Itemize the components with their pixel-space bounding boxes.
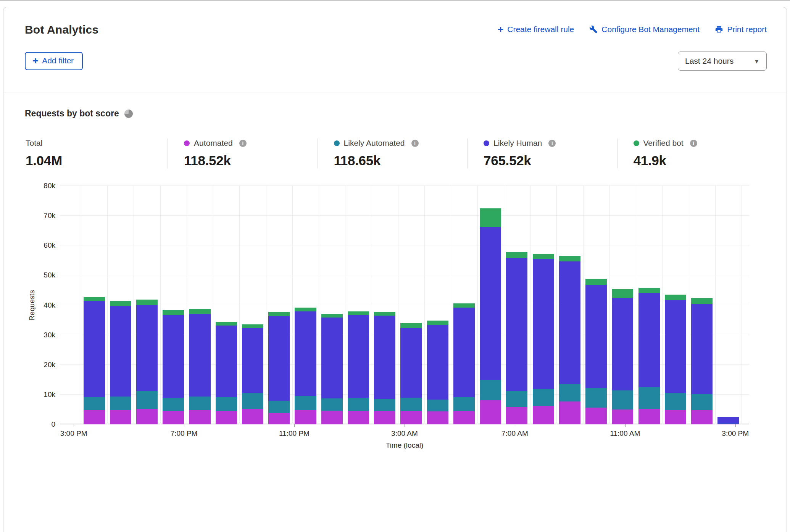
- bar-segment-verified-bot[interactable]: [427, 321, 448, 325]
- bar-segment-verified-bot[interactable]: [400, 323, 422, 329]
- bar-segment-verified-bot[interactable]: [480, 208, 501, 227]
- bar-segment-likely-automated[interactable]: [268, 401, 290, 413]
- bar-segment-automated[interactable]: [268, 413, 290, 424]
- bar-segment-likely-human[interactable]: [638, 293, 660, 387]
- bar-segment-automated[interactable]: [321, 411, 343, 424]
- bar-segment-verified-bot[interactable]: [533, 254, 554, 259]
- configure-bot-management-link[interactable]: Configure Bot Management: [589, 25, 700, 34]
- bar-segment-likely-automated[interactable]: [453, 397, 475, 411]
- bar-segment-automated[interactable]: [691, 410, 713, 425]
- bar-segment-likely-automated[interactable]: [665, 393, 686, 410]
- bar-segment-verified-bot[interactable]: [321, 314, 343, 318]
- bar-segment-likely-human[interactable]: [216, 326, 237, 397]
- print-report-link[interactable]: Print report: [715, 25, 767, 34]
- bar-segment-likely-automated[interactable]: [84, 397, 105, 410]
- bar-segment-likely-human[interactable]: [110, 306, 131, 397]
- bar-segment-likely-automated[interactable]: [189, 397, 211, 410]
- bar-segment-likely-automated[interactable]: [480, 380, 501, 400]
- bar-segment-verified-bot[interactable]: [665, 295, 686, 300]
- bar-segment-likely-automated[interactable]: [638, 387, 660, 409]
- bar-segment-likely-automated[interactable]: [163, 398, 184, 411]
- time-range-select[interactable]: Last 24 hours ▼: [678, 52, 767, 71]
- bar-segment-likely-human[interactable]: [163, 315, 184, 398]
- bar-segment-automated[interactable]: [533, 406, 554, 424]
- bar-segment-automated[interactable]: [348, 411, 369, 424]
- bar-segment-likely-automated[interactable]: [242, 393, 263, 408]
- bar-segment-automated[interactable]: [216, 411, 237, 424]
- bar-segment-verified-bot[interactable]: [348, 311, 369, 315]
- bar-segment-verified-bot[interactable]: [295, 308, 316, 311]
- bar-segment-likely-automated[interactable]: [533, 389, 554, 406]
- bar-segment-automated[interactable]: [453, 411, 475, 424]
- bar-segment-likely-human[interactable]: [453, 308, 475, 397]
- bar-segment-automated[interactable]: [163, 411, 184, 424]
- bar-segment-automated[interactable]: [638, 409, 660, 424]
- bar-segment-likely-human[interactable]: [136, 305, 158, 392]
- bar-segment-verified-bot[interactable]: [163, 310, 184, 315]
- bar-segment-verified-bot[interactable]: [242, 324, 263, 328]
- bar-segment-likely-automated[interactable]: [110, 397, 131, 410]
- bar-segment-verified-bot[interactable]: [84, 297, 105, 301]
- bar-segment-likely-automated[interactable]: [136, 391, 158, 409]
- bar-segment-likely-human[interactable]: [665, 300, 686, 393]
- bar-segment-likely-human[interactable]: [268, 316, 290, 401]
- bar-segment-verified-bot[interactable]: [585, 279, 607, 285]
- bar-segment-likely-human[interactable]: [295, 311, 316, 396]
- bar-segment-automated[interactable]: [110, 410, 131, 424]
- bar-segment-likely-human[interactable]: [506, 258, 527, 391]
- bar-segment-likely-human[interactable]: [691, 304, 713, 394]
- bar-segment-automated[interactable]: [506, 407, 527, 424]
- bar-segment-verified-bot[interactable]: [612, 289, 633, 298]
- bar-segment-automated[interactable]: [665, 410, 686, 424]
- bar-segment-likely-human[interactable]: [427, 325, 448, 400]
- bar-segment-likely-human[interactable]: [242, 328, 263, 393]
- info-icon[interactable]: i: [239, 140, 247, 147]
- info-icon[interactable]: i: [548, 140, 556, 147]
- bar-segment-likely-human[interactable]: [559, 261, 580, 384]
- bar-segment-likely-automated[interactable]: [321, 398, 343, 411]
- bar-segment-verified-bot[interactable]: [216, 322, 237, 325]
- add-filter-button[interactable]: + Add filter: [25, 52, 83, 70]
- bar-segment-verified-bot[interactable]: [638, 288, 660, 293]
- bar-segment-likely-automated[interactable]: [348, 398, 369, 411]
- bar-segment-automated[interactable]: [189, 410, 211, 425]
- bar-segment-likely-automated[interactable]: [506, 391, 527, 408]
- bar-segment-automated[interactable]: [374, 411, 395, 424]
- bar-segment-likely-human[interactable]: [585, 285, 607, 388]
- bar-segment-likely-human[interactable]: [374, 316, 395, 400]
- bar-segment-verified-bot[interactable]: [453, 303, 475, 308]
- bar-segment-verified-bot[interactable]: [559, 256, 580, 261]
- bar-segment-likely-automated[interactable]: [585, 388, 607, 408]
- info-icon[interactable]: i: [690, 140, 697, 147]
- bar-segment-likely-automated[interactable]: [295, 396, 316, 410]
- bar-segment-automated[interactable]: [295, 410, 316, 424]
- bar-segment-likely-human[interactable]: [717, 417, 739, 423]
- bar-segment-automated[interactable]: [585, 408, 607, 424]
- bar-segment-likely-automated[interactable]: [559, 384, 580, 401]
- bar-segment-automated[interactable]: [136, 409, 158, 424]
- bar-segment-verified-bot[interactable]: [110, 301, 131, 306]
- bar-segment-likely-human[interactable]: [533, 259, 554, 389]
- bar-segment-automated[interactable]: [480, 400, 501, 424]
- bar-segment-verified-bot[interactable]: [268, 312, 290, 316]
- bar-segment-automated[interactable]: [559, 401, 580, 424]
- bar-segment-likely-automated[interactable]: [612, 390, 633, 409]
- bar-segment-likely-human[interactable]: [84, 301, 105, 397]
- bar-segment-likely-automated[interactable]: [216, 397, 237, 411]
- bar-segment-likely-human[interactable]: [400, 328, 422, 398]
- bar-segment-likely-automated[interactable]: [374, 399, 395, 411]
- bar-segment-verified-bot[interactable]: [189, 309, 211, 314]
- bar-segment-verified-bot[interactable]: [374, 312, 395, 316]
- bar-segment-likely-automated[interactable]: [691, 394, 713, 410]
- create-firewall-rule-link[interactable]: + Create firewall rule: [498, 25, 574, 34]
- bar-segment-likely-automated[interactable]: [400, 398, 422, 411]
- bar-segment-verified-bot[interactable]: [506, 252, 527, 258]
- bar-segment-automated[interactable]: [84, 410, 105, 425]
- bar-segment-verified-bot[interactable]: [136, 300, 158, 305]
- bar-segment-likely-human[interactable]: [321, 318, 343, 398]
- bar-segment-automated[interactable]: [400, 411, 422, 424]
- bar-segment-likely-human[interactable]: [189, 314, 211, 397]
- bar-segment-likely-automated[interactable]: [427, 400, 448, 411]
- bar-segment-likely-human[interactable]: [348, 315, 369, 398]
- bar-segment-automated[interactable]: [242, 409, 263, 424]
